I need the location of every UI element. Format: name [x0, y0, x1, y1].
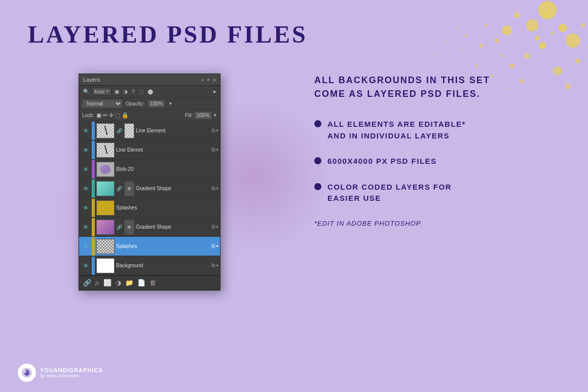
layer-color-tag: [92, 218, 95, 236]
headline-line1: ALL BACKGROUNDS IN THIS SET: [314, 75, 490, 85]
photoshop-panel: Layers « × ≡ 🔍 Kind ▼ ▣ ◑ T ⬚ ⬤ ● Normal…: [79, 74, 220, 291]
add-mask-icon[interactable]: ⬜: [103, 279, 112, 287]
adjustment-icon[interactable]: ◑: [116, 279, 121, 287]
pixel-filter-icon[interactable]: ▣: [114, 88, 120, 95]
eye-icon[interactable]: 👁: [81, 243, 90, 250]
right-content: ALL BACKGROUNDS IN THIS SET COME AS LAYE…: [314, 74, 563, 227]
layer-thumbnail: [96, 162, 115, 177]
filter-toggle[interactable]: ●: [212, 88, 217, 95]
chain-icon: 🔗: [117, 225, 122, 230]
layer-item[interactable]: 👁 Background fx▾: [79, 256, 220, 275]
eye-icon[interactable]: 👁: [81, 186, 90, 192]
fx-badge[interactable]: fx▾: [211, 263, 218, 268]
kind-select[interactable]: Kind ▼: [92, 88, 112, 95]
feature-text-2: 6000X4000 PX PSD FILES: [327, 156, 437, 167]
mode-row: Normal Multiply Screen Overlay Opacity: …: [79, 98, 220, 110]
layer-item[interactable]: 👁 🔗 Line Element fx▾: [79, 121, 220, 140]
type-filter-icon[interactable]: T: [131, 88, 136, 95]
fx-badge[interactable]: fx▾: [211, 243, 218, 249]
layer-thumbnail: [96, 239, 115, 254]
layer-name: Splashes: [116, 205, 218, 210]
layer-color-tag: [92, 160, 95, 179]
svg-point-14: [565, 83, 571, 89]
layer-thumbnail: [96, 181, 115, 196]
layer-name: Line Elemnt: [116, 147, 210, 153]
layer-name: Line Element: [136, 128, 210, 133]
panel-menu-btn[interactable]: ≡: [213, 77, 216, 83]
add-fx-icon[interactable]: fx: [95, 280, 99, 286]
layer-name: Blob-20: [116, 166, 218, 172]
fx-badge[interactable]: fx▾: [211, 186, 218, 191]
layer-color-tag: [92, 257, 95, 275]
adjustment-filter-icon[interactable]: ◑: [122, 88, 129, 95]
panel-collapse-btn[interactable]: «: [201, 77, 204, 83]
layer-color-tag: [92, 180, 95, 198]
panel-close-btn[interactable]: ×: [207, 77, 210, 83]
feature-text-3: COLOR CODED LAYERS FOREASIER USE: [327, 182, 452, 204]
layer-thumbnail: [96, 200, 115, 216]
lock-row: Lock: ▣ ✏ ✛ ⬚ 🔒 Fill: 100% ▼: [79, 110, 220, 121]
delete-layer-icon[interactable]: 🗑: [150, 279, 156, 287]
svg-point-23: [475, 64, 478, 67]
fx-badge[interactable]: fx▾: [211, 128, 218, 133]
fill-box: Fill: 100% ▼: [185, 112, 217, 119]
page-title: LAYERED PSD FILES: [28, 20, 308, 48]
fx-badge[interactable]: fx▾: [211, 147, 218, 153]
svg-point-1: [526, 19, 538, 31]
main-headline: ALL BACKGROUNDS IN THIS SET COME AS LAYE…: [314, 74, 563, 101]
lock-position-icon[interactable]: ✛: [109, 112, 114, 119]
kind-label: Kind: [94, 89, 104, 94]
shape-filter-icon[interactable]: ⬚: [138, 88, 144, 95]
layer-item[interactable]: 👁 🔗 ▣ Gradient Shape fx▾: [79, 179, 220, 198]
chain-icon: 🔗: [117, 186, 122, 191]
layer-item[interactable]: 👁 Splashes: [79, 198, 220, 218]
fill-value[interactable]: 100%: [194, 112, 212, 119]
layer-mask-thumb: ▣: [124, 181, 134, 196]
bullet-dot: [314, 157, 321, 164]
eye-icon[interactable]: 👁: [81, 166, 90, 172]
layer-item[interactable]: 👁 Line Elemnt fx▾: [79, 140, 220, 160]
lock-transparent-icon[interactable]: ▣: [96, 112, 101, 119]
svg-point-7: [575, 58, 580, 63]
new-layer-icon[interactable]: 📄: [137, 279, 145, 287]
panel-header: Layers « × ≡: [79, 74, 220, 86]
layer-item[interactable]: 👁 Blob-20: [79, 160, 220, 179]
layer-item[interactable]: 👁 🔗 ▣ Gradient Shape fx▾: [79, 218, 220, 237]
lock-artboard-icon[interactable]: ⬚: [115, 112, 120, 119]
svg-point-12: [485, 24, 488, 27]
svg-point-2: [559, 24, 567, 32]
svg-point-13: [480, 44, 484, 48]
svg-point-0: [538, 1, 557, 19]
layer-color-tag: [92, 122, 95, 140]
filter-toolbar: 🔍 Kind ▼ ▣ ◑ T ⬚ ⬤ ●: [79, 86, 220, 98]
new-group-icon[interactable]: 📁: [125, 279, 133, 287]
eye-icon[interactable]: 👁: [81, 224, 90, 230]
bullet-dot: [314, 183, 321, 190]
opacity-value[interactable]: 100%: [148, 100, 166, 108]
layer-name: Gradient Shape: [136, 186, 210, 191]
svg-point-9: [524, 53, 530, 59]
svg-point-22: [455, 27, 457, 29]
layer-name: Background: [116, 263, 210, 268]
svg-point-24: [460, 50, 462, 52]
smart-filter-icon[interactable]: ⬤: [146, 88, 154, 95]
eye-icon[interactable]: 👁: [81, 263, 90, 269]
eye-icon[interactable]: 👁: [81, 147, 90, 153]
feature-item-2: 6000X4000 PX PSD FILES: [314, 156, 563, 167]
link-layers-icon[interactable]: 🔗: [83, 279, 91, 287]
eye-icon[interactable]: 👁: [81, 128, 90, 134]
layer-color-tag: [92, 141, 95, 159]
eye-icon[interactable]: 👁: [81, 205, 90, 211]
lock-image-icon[interactable]: ✏: [103, 112, 107, 119]
lock-all-icon[interactable]: 🔒: [122, 112, 129, 119]
layer-item-selected[interactable]: 👁 Splashes fx▾: [79, 237, 220, 256]
svg-point-4: [502, 25, 512, 35]
panel-controls: « × ≡: [201, 77, 216, 83]
blend-mode-select[interactable]: Normal Multiply Screen Overlay: [82, 99, 123, 108]
panel-title: Layers: [83, 77, 100, 83]
svg-point-5: [539, 42, 546, 49]
fx-badge[interactable]: fx▾: [211, 224, 218, 230]
svg-point-15: [581, 23, 585, 27]
layer-color-tag: [92, 199, 95, 217]
layer-color-tag: [92, 237, 95, 256]
